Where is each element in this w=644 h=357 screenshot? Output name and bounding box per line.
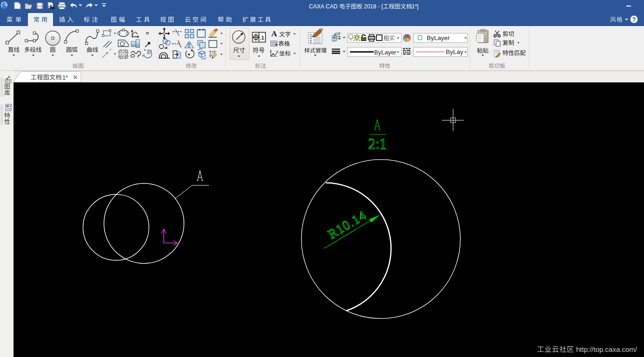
svg-text:http://top.caxa.com/: http://top.caxa.com/ bbox=[576, 345, 637, 353]
svg-text:2:1: 2:1 bbox=[369, 135, 387, 152]
svg-text:?: ? bbox=[632, 16, 636, 23]
svg-text:R10.14: R10.14 bbox=[325, 208, 369, 242]
svg-text:1*: 1* bbox=[62, 74, 68, 81]
svg-text:.1: .1 bbox=[260, 35, 264, 40]
